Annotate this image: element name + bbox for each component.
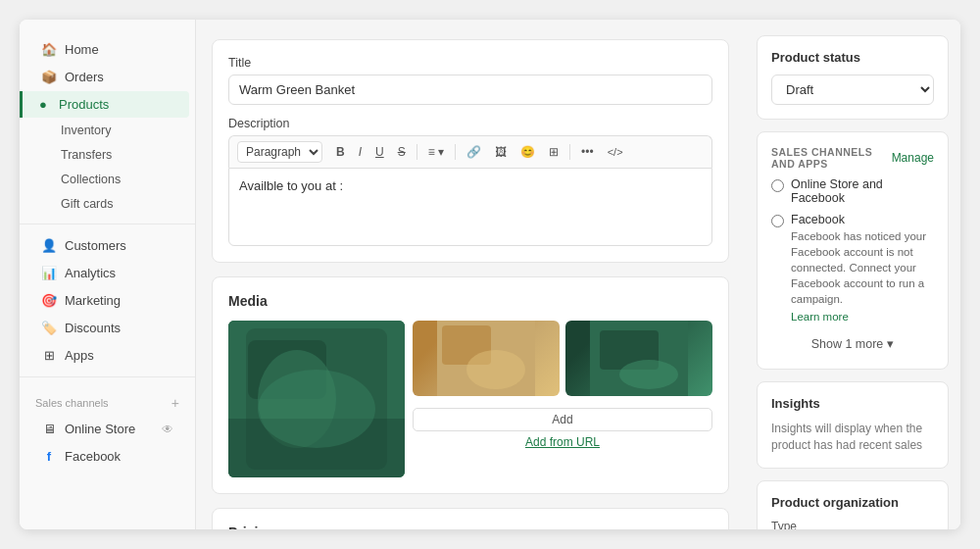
sales-channels-label: Sales channels +	[20, 385, 195, 415]
svg-point-10	[619, 360, 678, 389]
media-title: Media	[228, 293, 712, 309]
media-actions: Add Add from URL	[413, 402, 712, 455]
bold-button[interactable]: B	[330, 142, 351, 162]
online-store-icon: 🖥	[41, 422, 57, 436]
type-label: Type	[771, 520, 934, 529]
sales-channels-card: SALES CHANNELS AND APPS Manage Online St…	[757, 131, 949, 370]
table-button[interactable]: ⊞	[543, 142, 564, 162]
facebook-icon: f	[41, 449, 57, 464]
products-icon: ●	[35, 97, 51, 112]
sidebar-item-products[interactable]: ● Products	[20, 91, 189, 118]
marketing-icon: 🎯	[41, 293, 57, 308]
sidebar-item-orders[interactable]: 📦 Orders	[25, 64, 189, 90]
sidebar-sub-collections[interactable]: Collections	[25, 168, 189, 191]
toolbar-divider-2	[455, 144, 456, 160]
title-input[interactable]	[228, 75, 712, 105]
description-label: Description	[228, 117, 712, 130]
learn-more-link[interactable]: Learn more	[791, 311, 849, 323]
add-from-url-button[interactable]: Add from URL	[413, 435, 712, 449]
svg-point-4	[258, 370, 375, 448]
main-content: Title Description Paragraph B I U S ≡ ▾	[196, 20, 960, 529]
show-more-button[interactable]: Show 1 more ▾	[771, 332, 934, 355]
media-main-image[interactable]	[228, 321, 405, 477]
view-online-store-icon[interactable]: 👁	[162, 423, 173, 436]
media-thumb-2[interactable]	[565, 321, 712, 396]
align-button[interactable]: ≡ ▾	[422, 142, 450, 162]
blanket-svg	[228, 321, 405, 477]
paragraph-select[interactable]: Paragraph	[237, 141, 322, 163]
status-select[interactable]: Draft Active	[771, 75, 934, 105]
svg-rect-0	[228, 321, 405, 477]
strikethrough-button[interactable]: S	[392, 142, 412, 162]
underline-button[interactable]: U	[369, 142, 390, 162]
channel-label-online-facebook: Online Store and Facebook	[791, 177, 934, 205]
media-thumb-1[interactable]	[413, 321, 560, 396]
blanket-thumb1-visual	[413, 321, 560, 396]
title-label: Title	[228, 56, 712, 70]
sidebar-item-discounts[interactable]: 🏷️ Discounts	[25, 315, 189, 341]
toolbar-divider-1	[416, 144, 417, 160]
analytics-icon: 📊	[41, 266, 57, 280]
svg-rect-3	[228, 419, 405, 477]
sales-channels-header: SALES CHANNELS AND APPS Manage	[771, 146, 934, 170]
sidebar-sub-inventory[interactable]: Inventory	[25, 119, 189, 142]
more-button[interactable]: •••	[575, 142, 600, 162]
sidebar-item-apps[interactable]: ⊞ Apps	[25, 342, 189, 369]
sidebar-item-analytics[interactable]: 📊 Analytics	[25, 260, 189, 286]
media-card: Media	[212, 276, 729, 494]
link-button[interactable]: 🔗	[461, 142, 487, 162]
product-status-title: Product status	[771, 50, 934, 65]
sidebar-sub-gift-cards[interactable]: Gift cards	[25, 192, 189, 216]
sidebar-item-marketing[interactable]: 🎯 Marketing	[25, 287, 189, 314]
product-org-title: Product organization	[771, 495, 934, 510]
insights-card: Insights Insights will display when the …	[757, 381, 949, 469]
discounts-icon: 🏷️	[41, 321, 57, 335]
toolbar-divider-3	[569, 144, 570, 160]
pricing-title: Pricing	[228, 524, 712, 529]
blanket-main-visual	[228, 321, 405, 477]
channel-label-facebook: Facebook	[791, 213, 934, 226]
insights-desc: Insights will display when the product h…	[771, 421, 934, 454]
blanket-thumb2-visual	[565, 321, 712, 396]
center-panel: Title Description Paragraph B I U S ≡ ▾	[196, 20, 745, 529]
sidebar-item-customers[interactable]: 👤 Customers	[25, 232, 189, 259]
sidebar-sub-transfers[interactable]: Transfers	[25, 143, 189, 167]
svg-rect-1	[248, 340, 326, 399]
emoji-button[interactable]: 😊	[514, 142, 541, 162]
channel-info-facebook: Facebook Facebook has noticed your Faceb…	[791, 213, 934, 324]
home-icon: 🏠	[41, 42, 57, 57]
editor-toolbar: Paragraph B I U S ≡ ▾ 🔗 🖼 😊 ⊞ •••	[228, 135, 712, 168]
orders-icon: 📦	[41, 70, 57, 84]
italic-button[interactable]: I	[353, 142, 368, 162]
svg-point-2	[258, 350, 336, 448]
customers-icon: 👤	[41, 238, 57, 253]
sidebar-item-home[interactable]: 🏠 Home	[25, 36, 189, 63]
chevron-down-icon: ▾	[887, 336, 894, 351]
channel-radio-online-facebook[interactable]	[771, 179, 784, 192]
editor-body[interactable]: Availble to you at :	[228, 168, 712, 246]
right-panel: Product status Draft Active SALES CHANNE…	[745, 20, 960, 529]
channel-info-online-facebook: Online Store and Facebook	[791, 177, 934, 205]
channel-item-facebook: Facebook Facebook has noticed your Faceb…	[771, 213, 934, 324]
svg-point-7	[466, 350, 525, 389]
product-org-card: Product organization Type Vendor	[757, 480, 949, 529]
image-button[interactable]: 🖼	[489, 142, 513, 162]
sidebar: 🏠 Home 📦 Orders ● Products Inventory Tra…	[20, 20, 196, 529]
product-info-card: Title Description Paragraph B I U S ≡ ▾	[212, 39, 729, 263]
sidebar-item-facebook[interactable]: f Facebook	[25, 443, 189, 470]
product-status-card: Product status Draft Active	[757, 35, 949, 120]
insights-title: Insights	[771, 396, 934, 411]
apps-icon: ⊞	[41, 348, 57, 363]
editor-content: Availble to you at :	[239, 178, 343, 193]
code-button[interactable]: </>	[602, 143, 629, 161]
add-sales-channel-icon[interactable]: +	[172, 395, 179, 411]
add-media-button[interactable]: Add	[413, 408, 712, 431]
sidebar-item-online-store[interactable]: 🖥 Online Store 👁	[25, 416, 189, 442]
channel-item-online-facebook: Online Store and Facebook	[771, 177, 934, 205]
manage-link[interactable]: Manage	[892, 151, 934, 165]
sales-channels-section-title: SALES CHANNELS AND APPS	[771, 146, 892, 170]
channel-desc-facebook: Facebook has noticed your Facebook accou…	[791, 228, 934, 307]
pricing-card: Pricing	[212, 508, 729, 529]
channel-radio-facebook[interactable]	[771, 215, 784, 227]
